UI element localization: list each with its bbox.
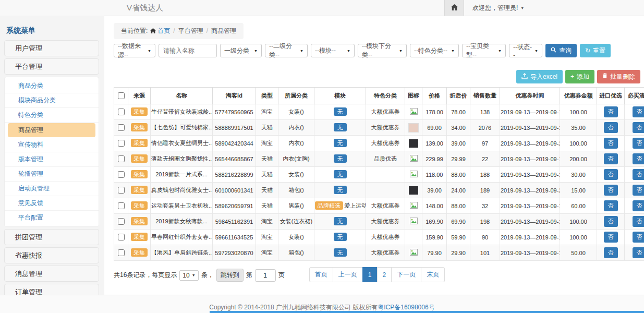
sidebar-group-2[interactable]: 拼团管理 bbox=[4, 229, 99, 245]
sidebar-submenu: 商品分类模块商品分类特色分类商品管理宣传物料版本管理轮播管理启动页管理意见反馈平… bbox=[4, 77, 99, 227]
user-menu[interactable]: 欢迎您，管理员! ▼ bbox=[472, 4, 524, 13]
must-buy-toggle[interactable]: 否 bbox=[633, 216, 644, 227]
filter-data-source[interactable]: --数据来源--▼ bbox=[114, 44, 155, 57]
import-optional-toggle[interactable]: 否 bbox=[604, 153, 618, 164]
import-optional-toggle[interactable]: 否 bbox=[604, 200, 618, 211]
import-optional-toggle[interactable]: 否 bbox=[604, 169, 618, 180]
must-buy-toggle[interactable]: 否 bbox=[633, 200, 644, 211]
price: 148.00 bbox=[422, 198, 447, 214]
import-optional-toggle[interactable]: 否 bbox=[604, 216, 618, 227]
must-buy-toggle[interactable]: 否 bbox=[633, 247, 644, 258]
module-badge: 无 bbox=[334, 170, 347, 178]
must-buy-toggle[interactable]: 否 bbox=[633, 185, 644, 196]
must-buy-toggle[interactable]: 否 bbox=[633, 153, 644, 164]
last-page-button[interactable]: 末页 bbox=[421, 267, 445, 282]
sidebar-item[interactable]: 轮播管理 bbox=[5, 167, 99, 182]
row-checkbox[interactable] bbox=[118, 234, 125, 240]
home-button[interactable] bbox=[444, 0, 464, 16]
import-excel-button[interactable]: 导入excel bbox=[516, 70, 563, 83]
discount-price: 88.00 bbox=[447, 198, 470, 214]
per-page-select[interactable]: 10▼ bbox=[179, 270, 198, 281]
sidebar-item[interactable]: 商品分类 bbox=[5, 79, 99, 93]
sidebar-item[interactable]: 商品管理 bbox=[8, 123, 95, 137]
batch-delete-button[interactable]: 批量删除 bbox=[597, 70, 640, 83]
row-checkbox[interactable] bbox=[118, 187, 125, 194]
table-row: 采集真皮钱包时尚优雅女士...601000601341天猫箱包()无39.002… bbox=[114, 183, 644, 198]
add-button[interactable]: + 添加 bbox=[565, 70, 594, 83]
must-buy-toggle[interactable]: 否 bbox=[633, 122, 644, 133]
select-value: --状态-- bbox=[513, 43, 532, 59]
must-buy-toggle[interactable]: 否 bbox=[633, 232, 644, 243]
reset-button[interactable]: ↻重置 bbox=[580, 44, 611, 57]
sidebar-item[interactable]: 平台配置 bbox=[5, 211, 99, 225]
breadcrumb-home-link[interactable]: 首页 bbox=[157, 27, 170, 34]
sidebar-group-1[interactable]: 平台管理 bbox=[4, 58, 99, 75]
sidebar-item[interactable]: 特色分类 bbox=[5, 108, 99, 123]
filter-level2-category[interactable]: --二级分类--▼ bbox=[265, 44, 308, 57]
sidebar-item[interactable]: 意见反馈 bbox=[5, 196, 99, 211]
row-checkbox[interactable] bbox=[118, 109, 125, 115]
import-optional-toggle[interactable]: 否 bbox=[604, 122, 618, 133]
must-buy-toggle[interactable]: 否 bbox=[633, 138, 644, 149]
coupon-amount: 100.00 bbox=[560, 230, 597, 245]
table-row: 采集情侣睡衣女夏丝绸男士...589042420344淘宝内衣()无大额优惠券1… bbox=[114, 136, 644, 151]
row-checkbox[interactable] bbox=[118, 155, 125, 162]
row-checkbox[interactable] bbox=[118, 202, 125, 209]
source-badge: 采集 bbox=[131, 248, 148, 257]
next-page-button[interactable]: 下一页 bbox=[391, 267, 421, 282]
row-checkbox[interactable] bbox=[118, 249, 125, 256]
page-button[interactable]: 2 bbox=[377, 267, 392, 282]
must-buy-toggle[interactable]: 否 bbox=[633, 169, 644, 180]
jump-suffix: 页 bbox=[278, 271, 285, 280]
must-buy-toggle[interactable]: 否 bbox=[633, 106, 644, 117]
column-header: 模块 bbox=[314, 88, 366, 104]
filter-level1-category[interactable]: 一级分类▼ bbox=[220, 44, 262, 57]
icon-cell bbox=[405, 214, 422, 230]
coupon-time: 2019-09-13—2019-09-20 bbox=[500, 136, 560, 151]
row-checkbox[interactable] bbox=[118, 171, 125, 178]
sidebar-group-4[interactable]: 消息管理 bbox=[4, 266, 99, 282]
home-icon bbox=[150, 28, 156, 35]
select-all-checkbox[interactable] bbox=[118, 92, 125, 99]
filter-module-subcategory[interactable]: --模块下分类--▼ bbox=[358, 44, 407, 57]
row-checkbox[interactable] bbox=[118, 218, 125, 225]
import-optional-toggle[interactable]: 否 bbox=[604, 185, 618, 196]
product-category: 内衣(文胸) bbox=[278, 151, 314, 167]
sidebar-item[interactable]: 宣传物料 bbox=[5, 138, 99, 152]
prev-page-button[interactable]: 上一页 bbox=[333, 267, 363, 282]
module-cell: 无 bbox=[314, 120, 366, 136]
row-checkbox[interactable] bbox=[118, 124, 125, 131]
source-cell: 采集 bbox=[128, 245, 151, 261]
sidebar-group-0[interactable]: 用户管理 bbox=[4, 40, 99, 56]
page-number-input[interactable] bbox=[255, 269, 276, 282]
icon-cell bbox=[405, 245, 422, 261]
import-optional-toggle[interactable]: 否 bbox=[604, 247, 618, 258]
first-page-button[interactable]: 首页 bbox=[309, 267, 333, 282]
query-button[interactable]: 查询 bbox=[545, 44, 577, 57]
caret-down-icon: ▼ bbox=[399, 49, 403, 53]
source-cell: 采集 bbox=[128, 136, 151, 151]
jump-button[interactable]: 跳转到 bbox=[216, 269, 244, 282]
icp-link[interactable]: 粤ICP备16098006号 bbox=[378, 304, 434, 311]
page-button[interactable]: 1 bbox=[362, 267, 378, 282]
sidebar-group-3[interactable]: 省惠快报 bbox=[4, 247, 99, 263]
import-optional-toggle[interactable]: 否 bbox=[604, 232, 618, 243]
filter-status[interactable]: --状态--▼ bbox=[509, 44, 542, 57]
sidebar-item[interactable]: 启动页管理 bbox=[5, 182, 99, 196]
icon-cell bbox=[405, 151, 422, 167]
name-search-input[interactable] bbox=[159, 44, 217, 57]
row-checkbox[interactable] bbox=[118, 140, 125, 147]
filter-module[interactable]: --模块--▼ bbox=[311, 44, 355, 57]
coupon-amount: 60.00 bbox=[560, 198, 597, 214]
filter-feature-category[interactable]: --特色分类--▼ bbox=[410, 44, 459, 57]
sidebar-item[interactable]: 版本管理 bbox=[5, 152, 99, 167]
pagination: 共16条记录，每页显示 10▼ 条， 跳转到 第 页 首页上一页12下一页末页 bbox=[114, 267, 640, 283]
filter-item-type[interactable]: --宝贝类型--▼ bbox=[462, 44, 506, 57]
search-icon bbox=[551, 47, 556, 54]
import-optional-toggle[interactable]: 否 bbox=[604, 138, 618, 149]
sidebar-item[interactable]: 模块商品分类 bbox=[5, 93, 99, 108]
icon-cell bbox=[405, 183, 422, 198]
import-optional-toggle[interactable]: 否 bbox=[604, 106, 618, 117]
import-optional-cell: 否 bbox=[597, 230, 625, 245]
product-type: 淘宝 bbox=[256, 136, 278, 151]
